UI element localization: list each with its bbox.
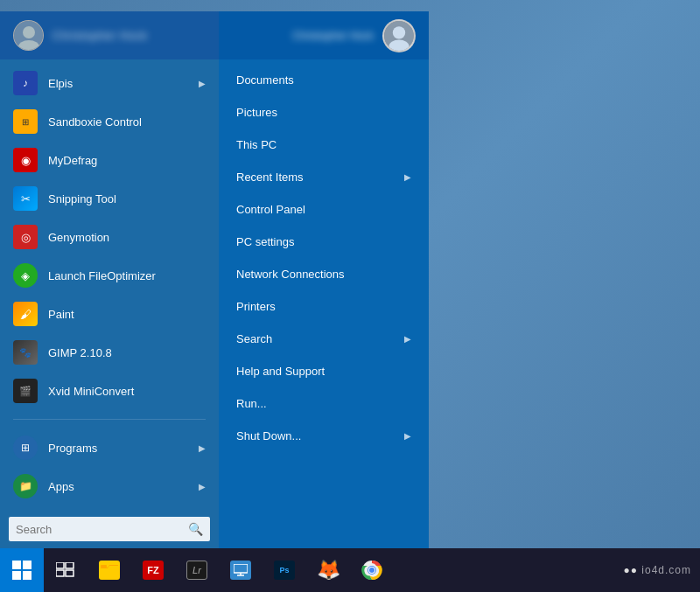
user-avatar-right: [382, 19, 416, 52]
filezilla-icon: FZ: [143, 561, 164, 580]
svg-point-4: [393, 26, 405, 38]
remote-desktop-button[interactable]: [219, 548, 262, 592]
genymotion-icon: ◎: [13, 225, 38, 249]
menu-item-paint[interactable]: 🖌 Paint: [0, 295, 219, 333]
taskbar: FZ Lr Ps 🦊: [0, 548, 700, 592]
start-menu: Christopher Hock ♪ Elpis ▶ ⊞ Sandboxie C…: [0, 11, 429, 548]
recent-arrow: ▶: [404, 172, 411, 182]
programs-arrow: ▶: [199, 443, 206, 453]
right-item-this-pc[interactable]: This PC: [219, 129, 429, 161]
programs-icon: ⊞: [13, 435, 38, 460]
sandboxie-icon: ⊞: [13, 109, 38, 134]
right-item-pictures[interactable]: Pictures: [219, 96, 429, 129]
svg-rect-16: [234, 564, 248, 573]
snipping-icon: ✂: [13, 186, 38, 211]
right-item-search[interactable]: Search ▶: [219, 323, 429, 355]
menu-item-sandboxie[interactable]: ⊞ Sandboxie Control: [0, 102, 219, 141]
apps-arrow: ▶: [199, 482, 206, 491]
gimp-icon: 🐾: [13, 340, 38, 365]
mydefrag-icon: ◉: [13, 148, 38, 172]
elpis-icon: ♪: [13, 71, 38, 95]
right-menu-items: Documents Pictures This PC Recent Items …: [219, 59, 429, 548]
svg-rect-8: [12, 571, 21, 580]
search-box[interactable]: 🔍: [9, 517, 210, 541]
right-item-network-connections[interactable]: Network Connections: [219, 258, 429, 290]
svg-rect-13: [66, 570, 74, 576]
task-view-button[interactable]: [44, 548, 88, 592]
paint-icon: 🖌: [13, 302, 38, 326]
photoshop-button[interactable]: Ps: [262, 548, 306, 592]
right-item-recent-items[interactable]: Recent Items ▶: [219, 161, 429, 193]
menu-divider: [13, 419, 206, 420]
photoshop-icon: Ps: [274, 561, 295, 580]
lightroom-button[interactable]: Lr: [175, 548, 219, 592]
watermark-text: ●● io4d.com: [623, 564, 691, 576]
desktop: Christopher Hock ♪ Elpis ▶ ⊞ Sandboxie C…: [0, 0, 700, 592]
right-item-run[interactable]: Run...: [219, 387, 429, 420]
filezilla-button[interactable]: FZ: [131, 548, 175, 592]
menu-item-programs[interactable]: ⊞ Programs ▶: [0, 428, 219, 467]
firefox-icon: 🦊: [317, 559, 340, 582]
right-item-documents[interactable]: Documents: [219, 64, 429, 96]
search-input[interactable]: [16, 523, 183, 536]
windows-logo-icon: [12, 561, 32, 580]
file-explorer-icon: [99, 561, 120, 580]
menu-item-mydefrag[interactable]: ◉ MyDefrag: [0, 141, 219, 179]
username-right: Christopher Hock: [292, 30, 374, 42]
start-button[interactable]: [0, 548, 44, 592]
arrow-icon: ▶: [199, 79, 206, 88]
right-item-help-support[interactable]: Help and Support: [219, 355, 429, 387]
menu-item-elpis[interactable]: ♪ Elpis ▶: [0, 64, 219, 102]
firefox-button[interactable]: 🦊: [306, 548, 350, 592]
taskbar-right: ●● io4d.com: [623, 564, 700, 576]
svg-point-1: [23, 26, 35, 38]
search-submit-icon[interactable]: 🔍: [188, 522, 203, 536]
menu-item-gimp[interactable]: 🐾 GIMP 2.10.8: [0, 333, 219, 372]
menu-item-xvid[interactable]: 🎬 Xvid MiniConvert: [0, 372, 219, 410]
apps-icon: 📁: [13, 474, 38, 498]
svg-rect-9: [23, 571, 32, 580]
task-view-icon: [56, 562, 75, 578]
user-header[interactable]: Christopher Hock: [0, 11, 219, 59]
fileoptimizer-icon: ◈: [13, 263, 38, 288]
lightroom-icon: Lr: [186, 561, 207, 580]
right-item-pc-settings[interactable]: PC settings: [219, 226, 429, 258]
svg-rect-6: [12, 561, 21, 569]
menu-item-snipping[interactable]: ✂ Snipping Tool: [0, 179, 219, 218]
file-explorer-button[interactable]: [88, 548, 131, 592]
xvid-icon: 🎬: [13, 379, 38, 403]
right-item-printers[interactable]: Printers: [219, 290, 429, 323]
username-left: Christopher Hock: [52, 29, 147, 42]
right-item-shut-down[interactable]: Shut Down... ▶: [219, 420, 429, 452]
menu-item-genymotion[interactable]: ◎ Genymotion: [0, 218, 219, 256]
remote-desktop-icon: [230, 561, 251, 580]
svg-rect-10: [56, 562, 64, 568]
user-avatar-left: [13, 20, 44, 51]
svg-rect-11: [66, 562, 74, 568]
menu-item-fileoptimizer[interactable]: ◈ Launch FileOptimizer: [0, 256, 219, 295]
right-item-control-panel[interactable]: Control Panel: [219, 193, 429, 226]
bottom-items: ⊞ Programs ▶ 📁 Apps ▶: [0, 424, 219, 510]
menu-item-apps[interactable]: 📁 Apps ▶: [0, 467, 219, 505]
svg-rect-7: [23, 561, 32, 569]
left-menu-items: ♪ Elpis ▶ ⊞ Sandboxie Control ◉ MyDefrag…: [0, 59, 219, 414]
svg-rect-12: [56, 570, 64, 576]
chrome-icon: [361, 560, 382, 581]
shutdown-arrow: ▶: [404, 431, 411, 441]
search-arrow: ▶: [404, 334, 411, 344]
right-panel: Christopher Hock Documents Pictures: [219, 11, 429, 548]
svg-rect-15: [101, 565, 107, 568]
svg-point-22: [369, 568, 374, 573]
left-panel: Christopher Hock ♪ Elpis ▶ ⊞ Sandboxie C…: [0, 11, 219, 548]
right-header[interactable]: Christopher Hock: [219, 11, 429, 59]
chrome-button[interactable]: [350, 548, 394, 592]
